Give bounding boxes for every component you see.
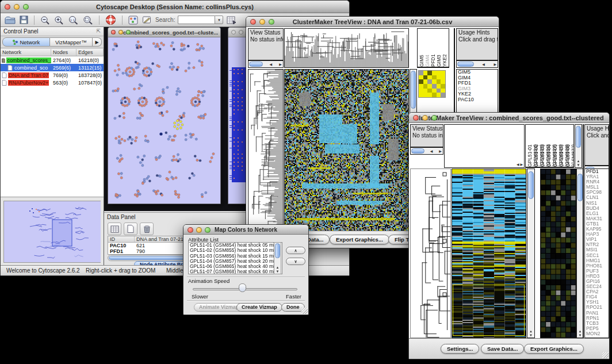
trash-icon[interactable] xyxy=(140,223,154,235)
column-label[interactable]: PAC10 xyxy=(447,29,449,67)
view-status-scrollbar[interactable]: ◀▶ xyxy=(248,60,284,68)
minimize-button[interactable] xyxy=(422,115,428,121)
column-label[interactable]: GPL51-06 (GSM865) xyxy=(552,125,559,167)
column-header-edges[interactable]: Edges xyxy=(76,49,104,56)
minimize-button[interactable] xyxy=(259,19,265,25)
gene-label[interactable]: PAC10 xyxy=(457,97,498,103)
network-row[interactable]: DNA and Tran 07 769(0) 183728(0) xyxy=(1,71,104,79)
column-label[interactable]: PFD1 xyxy=(430,29,436,67)
view-status-scrollbar[interactable]: ◀▶ xyxy=(410,147,443,155)
help-icon[interactable] xyxy=(105,14,117,26)
close-button[interactable] xyxy=(5,4,10,10)
close-button[interactable] xyxy=(188,227,193,233)
move-up-button[interactable]: ∧ xyxy=(286,247,305,254)
scroll-arrows[interactable]: ▲▼ xyxy=(274,266,281,274)
attribute-list-scrollbar[interactable]: ▲▼ xyxy=(274,242,281,274)
gene-label[interactable]: MON2 xyxy=(585,331,609,336)
column-label[interactable]: YKE2 xyxy=(442,29,447,67)
column-label[interactable]: GPL51-03 (GSM856) xyxy=(540,125,546,167)
move-down-button[interactable]: ∨ xyxy=(286,258,305,265)
close-button[interactable] xyxy=(413,115,419,121)
export-graphics-button[interactable]: Export Graphics... xyxy=(330,235,389,244)
close-button[interactable] xyxy=(111,30,116,35)
column-header-id[interactable]: ID xyxy=(108,236,135,242)
attribute-list-item[interactable]: GPL51-07 (GSM868) heat shock 60 min xyxy=(189,269,282,274)
zoom-button[interactable] xyxy=(23,4,29,10)
tab-more-arrow[interactable]: ▶ xyxy=(93,37,102,47)
export-graphics-button[interactable]: Export Graphics... xyxy=(524,344,584,354)
treeview2-heatmap[interactable] xyxy=(452,168,526,338)
treeview2-vscrollbar[interactable]: ▲▼ xyxy=(527,168,535,338)
minimize-button[interactable] xyxy=(118,30,123,35)
create-vizmap-button[interactable]: Create Vizmap xyxy=(236,303,282,312)
tab-network[interactable]: Network xyxy=(2,37,50,47)
new-document-icon[interactable] xyxy=(124,223,137,235)
minimize-button[interactable] xyxy=(14,4,20,10)
zoom-button[interactable] xyxy=(205,227,211,233)
window-controls[interactable] xyxy=(188,227,211,233)
scroll-right-icon[interactable]: ▶ xyxy=(438,149,442,153)
scrollbar-thumb[interactable] xyxy=(411,148,424,154)
resize-grip[interactable] xyxy=(301,308,308,314)
zoom-button[interactable] xyxy=(431,115,437,121)
float-panel-icon[interactable]: ⇱ xyxy=(96,28,101,34)
treeview1-titlebar[interactable]: ClusterMaker TreeView : DNA and Tran 07-… xyxy=(246,17,499,27)
column-label[interactable]: GIM4 xyxy=(424,29,430,67)
scroll-right-icon[interactable]: ▶ xyxy=(493,62,497,66)
slider-thumb[interactable] xyxy=(239,283,246,292)
network-overview-canvas[interactable] xyxy=(4,201,101,262)
window-controls[interactable] xyxy=(111,30,131,35)
open-session-icon[interactable] xyxy=(4,14,16,26)
table-icon[interactable] xyxy=(108,223,121,235)
zoom-button[interactable] xyxy=(126,30,131,35)
scroll-left-icon[interactable]: ◀ xyxy=(269,62,273,66)
search-input[interactable] xyxy=(178,16,215,24)
network-overview-panel[interactable] xyxy=(3,201,101,263)
network-view-titlebar[interactable]: combined_scores_good.txt--cluste... xyxy=(108,28,220,37)
column-header-nodes[interactable]: Nodes xyxy=(51,49,76,56)
treeview1-mini-matrix[interactable] xyxy=(418,70,446,98)
scrollbar-thumb[interactable] xyxy=(411,71,416,109)
settings-button[interactable]: Settings... xyxy=(441,344,479,354)
attribute-browser-icon[interactable] xyxy=(226,14,238,26)
treeview2-titlebar[interactable]: ClusterMaker TreeView : combined_scores_… xyxy=(409,113,609,123)
search-dropdown-icon[interactable]: ▼ xyxy=(215,16,223,24)
column-dendrogram[interactable] xyxy=(284,28,409,68)
scroll-left-icon[interactable]: ◀ xyxy=(481,62,485,66)
zoom-in-icon[interactable] xyxy=(53,14,64,26)
close-button[interactable] xyxy=(231,30,236,35)
annotation-icon[interactable] xyxy=(141,14,152,26)
scroll-arrows[interactable]: ◀ ▶ xyxy=(517,162,523,166)
minimize-button[interactable] xyxy=(239,30,243,35)
treeview1-heatmap[interactable] xyxy=(284,69,409,232)
scrollbar-thumb[interactable] xyxy=(275,243,280,258)
column-label[interactable]: GPL51-08 (GSM872) xyxy=(565,125,571,167)
column-label[interactable]: GIM3 xyxy=(436,29,442,67)
cytoscape-titlebar[interactable]: Cytoscape Desktop (Session Name: collins… xyxy=(1,1,349,13)
zoom-fit-icon[interactable] xyxy=(82,14,94,26)
close-button[interactable] xyxy=(250,19,256,25)
scroll-arrows[interactable]: ▲▼ xyxy=(575,159,582,167)
zoom-actual-icon[interactable]: 1:1 xyxy=(67,14,79,26)
scrollbar-thumb[interactable] xyxy=(457,62,474,67)
network-row[interactable]: RNAPuberNov2+ 563(0) 107847(0) xyxy=(1,79,104,86)
zoom-button[interactable] xyxy=(269,19,274,25)
zoom-out-icon[interactable] xyxy=(40,14,51,26)
vizmapper-icon[interactable] xyxy=(128,14,139,26)
usage-hints-scrollbar[interactable]: ◀▶ xyxy=(456,60,498,68)
tab-vizmapper[interactable]: VizMapper™ xyxy=(50,37,93,47)
search-combo[interactable]: ▼ xyxy=(178,16,223,24)
window-controls[interactable] xyxy=(5,4,29,10)
network-row-selected[interactable]: combined_sco 2569(6) 13112(15) xyxy=(1,64,104,71)
minimize-button[interactable] xyxy=(196,227,202,233)
column-label[interactable]: GIM5 xyxy=(419,29,424,67)
scrollbar-thumb[interactable] xyxy=(576,126,581,148)
row-dendrogram[interactable] xyxy=(410,168,451,338)
save-data-button[interactable]: Save Data... xyxy=(481,344,524,354)
dialog-titlebar[interactable]: Map Colors to Network xyxy=(183,225,308,235)
network-row[interactable]: combined_scores_ 2764(0) 16218(0) xyxy=(1,56,104,64)
scrollbar-thumb[interactable] xyxy=(249,62,263,67)
column-label[interactable]: GPL51-04 (GSM857) xyxy=(546,125,552,167)
scroll-right-icon[interactable]: ▶ xyxy=(278,62,282,66)
scroll-arrows[interactable]: ▲▼ xyxy=(527,329,534,338)
